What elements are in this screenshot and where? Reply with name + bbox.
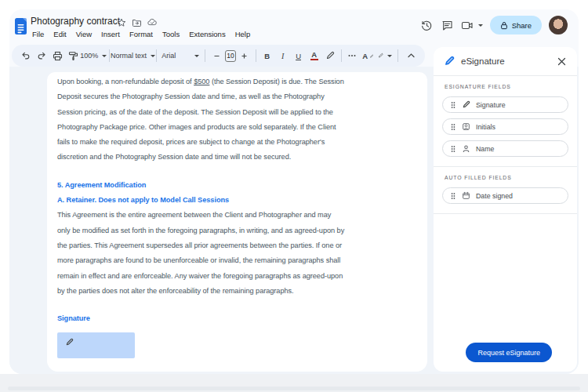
section-label: ESIGNATURE FIELDS <box>445 84 568 89</box>
initials-badge-icon <box>462 122 470 131</box>
menu-bar: FileEditViewInsertFormatToolsExtensionsH… <box>27 28 255 40</box>
collapse-toolbar-button[interactable] <box>404 48 418 64</box>
field-label: Name <box>476 145 494 153</box>
menu-edit[interactable]: Edit <box>49 28 71 40</box>
highlight-pen-button[interactable] <box>323 48 337 64</box>
menu-extensions[interactable]: Extensions <box>184 28 230 40</box>
menu-tools[interactable]: Tools <box>158 28 184 40</box>
paint-format-button[interactable] <box>66 48 80 64</box>
video-call-icon[interactable] <box>461 19 474 32</box>
document-title[interactable]: Photography contract <box>31 16 120 27</box>
menu-format[interactable]: Format <box>125 28 158 40</box>
esignature-panel-header: eSignature <box>434 47 577 75</box>
redo-button[interactable] <box>34 48 49 64</box>
editing-mode-caret-icon <box>387 55 392 57</box>
field-name[interactable]: Name <box>442 140 568 157</box>
esignature-pen-icon <box>444 56 455 67</box>
bold-button[interactable]: B <box>260 48 274 64</box>
editing-mode-button[interactable] <box>376 48 394 64</box>
cloud-saved-icon[interactable] <box>147 17 158 27</box>
field-signature[interactable]: Signature <box>442 96 568 113</box>
signature-pen-icon <box>462 100 470 109</box>
editing-pen-icon <box>378 51 383 60</box>
doc-line: Signature <box>57 311 427 326</box>
menu-file[interactable]: File <box>27 28 49 40</box>
panel-title: eSignature <box>461 56 550 66</box>
doc-line: Photography Package price. Other images … <box>57 120 427 135</box>
version-history-icon[interactable] <box>420 19 434 32</box>
font-select[interactable]: Arial <box>160 48 201 64</box>
request-esignature-button[interactable]: Request eSignature <box>466 343 552 362</box>
signature-field-placeholder[interactable] <box>57 332 135 358</box>
field-label: Date signed <box>476 192 513 200</box>
page-background-shadow <box>8 387 580 390</box>
italic-button[interactable]: I <box>276 48 290 64</box>
panel-section: ESIGNATURE FIELDSSignatureInitialsName <box>434 76 577 166</box>
doc-line: remain in effect and are enforceable. An… <box>57 269 427 284</box>
undo-button[interactable] <box>19 48 33 64</box>
video-call-options-caret-icon[interactable] <box>478 24 483 27</box>
signature-pen-icon <box>65 338 74 347</box>
doc-line: Upon booking, a non-refundable deposit o… <box>57 74 427 89</box>
account-avatar[interactable] <box>549 16 568 34</box>
field-label: Signature <box>476 101 506 109</box>
menu-view[interactable]: View <box>71 28 96 40</box>
zoom-value: 100% <box>80 52 98 60</box>
toolbar-divider <box>341 49 342 62</box>
share-button[interactable]: Share <box>490 16 542 34</box>
print-button[interactable] <box>50 48 64 64</box>
doc-line: 5. Agreement Modification <box>57 178 427 193</box>
doc-line: Session pricing, as of the date of the d… <box>57 105 427 120</box>
doc-line: Deposit secures the Photography Session … <box>57 89 427 104</box>
panel-divider <box>434 213 577 214</box>
toolbar-divider <box>397 49 398 62</box>
doc-line: A. Retainer. Does not apply to Model Cal… <box>57 193 427 208</box>
font-value: Arial <box>162 52 176 60</box>
field-date-signed[interactable]: Date signed <box>442 187 568 204</box>
doc-line: only be modified as set forth in the for… <box>57 223 427 238</box>
move-to-folder-icon[interactable] <box>132 17 142 27</box>
share-button-label: Share <box>512 21 532 30</box>
doc-heading: Signature <box>57 311 427 326</box>
drag-handle-icon <box>450 191 456 201</box>
decrease-font-size-button[interactable] <box>209 48 223 64</box>
toolbar-divider <box>256 49 256 62</box>
close-panel-button[interactable] <box>556 56 567 67</box>
text-color-button[interactable]: A <box>307 48 321 64</box>
menu-help[interactable]: Help <box>230 28 256 40</box>
esignature-panel: eSignature ESIGNATURE FIELDSSignatureIni… <box>434 47 577 372</box>
zoom-select[interactable]: 100% <box>82 48 105 64</box>
section-label: AUTO FILLED FIELDS <box>445 175 568 180</box>
font-caret-icon <box>194 55 199 57</box>
google-docs-logo <box>13 17 29 37</box>
doc-line: by the parties does not alter the enforc… <box>57 284 427 299</box>
doc-line: the parties. This Agreement supersedes a… <box>57 238 427 253</box>
increase-font-size-button[interactable] <box>238 48 252 64</box>
doc-line: discretion and the Photography Session d… <box>57 150 427 165</box>
paragraph-style-value: Normal text <box>111 52 147 60</box>
menu-insert[interactable]: Insert <box>96 28 125 40</box>
star-icon[interactable] <box>116 17 126 27</box>
drag-handle-icon <box>450 100 456 110</box>
document-page[interactable]: Upon booking, a non-refundable deposit o… <box>47 72 427 372</box>
person-icon <box>462 144 470 153</box>
paragraph-style-select[interactable]: Normal text <box>114 48 151 64</box>
text-color-label: A <box>311 51 317 59</box>
doc-heading: 5. Agreement ModificationA. Retainer. Do… <box>57 178 427 209</box>
spell-check-button[interactable]: A <box>361 48 375 64</box>
font-size-input[interactable]: 10 <box>225 50 236 62</box>
doc-paragraph: This Agreement is the entire agreement b… <box>57 208 427 299</box>
drag-handle-icon <box>450 144 456 154</box>
doc-paragraph: Upon booking, a non-refundable deposit o… <box>57 74 427 165</box>
toolbar-divider <box>205 49 205 62</box>
field-initials[interactable]: Initials <box>442 118 568 135</box>
comments-icon[interactable] <box>441 19 454 32</box>
lock-icon <box>500 21 508 30</box>
zoom-caret-icon <box>102 55 107 57</box>
style-caret-icon <box>151 55 155 57</box>
doc-line: fails to make the required deposit, pric… <box>57 135 427 150</box>
document-content: Upon booking, a non-refundable deposit o… <box>47 72 427 358</box>
spell-pencil-icon <box>370 53 373 60</box>
underline-button[interactable]: U <box>292 48 306 64</box>
more-options-button[interactable] <box>345 48 359 64</box>
